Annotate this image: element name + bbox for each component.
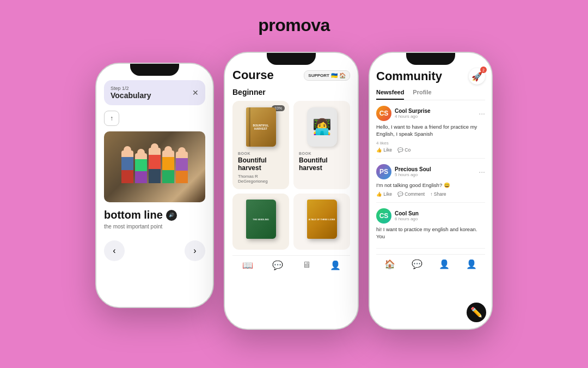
post-2-header: PS Precious Soul 5 hours ago ··· xyxy=(376,164,485,179)
section-label: Beginner xyxy=(232,88,350,96)
profile-nav-icon[interactable]: 👤 xyxy=(330,260,341,270)
book-visual-4: A Tale of Three Lions xyxy=(305,199,338,240)
book-cover-2: 👩‍💻 xyxy=(307,107,337,147)
video-nav-icon[interactable]: 🖥 xyxy=(302,260,311,270)
community-title: Community xyxy=(376,69,442,83)
post-1-likes: 4 likes xyxy=(376,141,485,146)
avatar-2: PS xyxy=(376,164,391,179)
post-1-header: CS Cool Surprise 4 hours ago ··· xyxy=(376,106,485,121)
close-button[interactable]: ✕ xyxy=(192,88,199,97)
ukraine-flag: 🇺🇦 xyxy=(331,73,338,79)
community-header: Community 🚀 2 xyxy=(376,68,485,85)
post-2-actions: 👍 Like 💬 Comment ↑ Share xyxy=(376,191,485,197)
fig4 xyxy=(162,150,174,183)
phone3-notch xyxy=(406,53,455,65)
book-cover-1: BOUNTIFUL HARVEST xyxy=(246,107,276,147)
post-1-actions: 👍 Like 💬 Co xyxy=(376,147,485,153)
book-visual-3: THE SEEDLING xyxy=(244,199,277,240)
vocab-definition: the most important point xyxy=(104,224,205,230)
book-type-2: BOOK xyxy=(299,152,345,155)
book-card-2[interactable]: 👩‍💻 BOOK Bountiful harvest xyxy=(293,101,350,189)
us-flag: 🏠 xyxy=(339,73,346,79)
post-2-meta: Precious Soul 5 hours ago xyxy=(395,166,475,177)
lions-text: A Tale of Three Lions xyxy=(309,218,335,221)
share-button[interactable]: ↑ xyxy=(104,111,119,126)
seedling-text: THE SEEDLING xyxy=(251,216,271,222)
video-community-icon[interactable]: 👤 xyxy=(439,259,450,269)
book-visual-1: BOUNTIFUL HARVEST xyxy=(244,106,277,147)
home-nav-icon[interactable]: 📖 xyxy=(242,260,253,270)
book-card-1[interactable]: 33% BOUNTIFUL HARVEST BOOK Bountiful har… xyxy=(232,101,289,189)
fig2 xyxy=(135,153,147,183)
prev-button[interactable]: ‹ xyxy=(104,240,125,261)
compose-button[interactable]: ✏️ xyxy=(467,303,486,322)
course-badges: SUPPORT 🇺🇦 🏠 xyxy=(304,70,350,81)
vocab-image xyxy=(104,131,205,202)
phone2-notch xyxy=(267,53,316,65)
chat-community-icon[interactable]: 💬 xyxy=(412,259,422,269)
community-tabs: Newsfeed Profile xyxy=(376,89,485,100)
phone1-notch xyxy=(130,64,179,76)
vocab-title: Vocabulary xyxy=(111,91,151,100)
post-3-meta: Cool Sun 6 hours ago xyxy=(395,210,485,221)
post-1-meta: Cool Surprise 4 hours ago xyxy=(395,108,475,119)
avatar-3: CS xyxy=(376,208,391,224)
post-1: CS Cool Surprise 4 hours ago ··· Hello, … xyxy=(376,106,485,159)
phone-vocabulary: Step 1/2 Vocabulary ✕ ↑ bo xyxy=(95,63,214,308)
community-nav: 🏠 💬 👤 👤 xyxy=(376,254,485,269)
phone-community: Community 🚀 2 Newsfeed Profile CS Coo xyxy=(369,52,493,330)
tab-newsfeed[interactable]: Newsfeed xyxy=(376,89,404,100)
post-3: CS Cool Sun 6 hours ago hi! I want to pr… xyxy=(376,208,485,249)
book-card-3[interactable]: THE SEEDLING xyxy=(232,194,289,250)
fig1 xyxy=(121,150,133,183)
fig3 xyxy=(149,148,161,183)
vocab-navigation: ‹ › xyxy=(104,240,205,261)
book-cover-text-1: BOUNTIFUL HARVEST xyxy=(248,124,274,130)
vocab-word: bottom line 🔊 xyxy=(104,209,205,221)
home-community-icon[interactable]: 🏠 xyxy=(384,259,395,269)
person-illustration: 👩‍💻 xyxy=(313,118,332,136)
post-1-more[interactable]: ··· xyxy=(479,109,485,118)
phones-container: Step 1/2 Vocabulary ✕ ↑ bo xyxy=(95,52,493,330)
sound-icon[interactable]: 🔊 xyxy=(166,210,177,221)
post-2-text: I'm not talking good English? 😄 xyxy=(376,182,485,189)
avatar-1: CS xyxy=(376,106,391,121)
course-title: Course xyxy=(232,68,274,82)
vocab-step: Step 1/2 xyxy=(111,86,151,91)
course-header: Course SUPPORT 🇺🇦 🏠 xyxy=(232,68,350,82)
tab-profile[interactable]: Profile xyxy=(413,89,431,100)
post-2-more[interactable]: ··· xyxy=(479,167,485,176)
notification-badge: 2 xyxy=(480,67,487,73)
post-2-username: Precious Soul xyxy=(395,166,475,172)
logo: promova xyxy=(258,15,330,35)
books-grid: 33% BOUNTIFUL HARVEST BOOK Bountiful har… xyxy=(232,101,350,250)
book-author-1: Thomas R DeGregorioneg xyxy=(238,174,284,184)
rocket-button[interactable]: 🚀 2 xyxy=(469,68,485,85)
post-2-time: 5 hours ago xyxy=(395,172,475,177)
course-nav: 📖 💬 🖥 👤 xyxy=(232,255,350,270)
vocab-header: Step 1/2 Vocabulary ✕ xyxy=(104,80,205,105)
support-badge[interactable]: SUPPORT 🇺🇦 🏠 xyxy=(304,70,350,81)
book-name-2: Bountiful harvest xyxy=(299,156,345,172)
share-button-2[interactable]: ↑ Share xyxy=(430,191,446,197)
comment-button-1[interactable]: 💬 Co xyxy=(397,147,411,153)
fig5 xyxy=(176,152,188,183)
book-name-1: Bountiful harvest xyxy=(238,156,284,172)
profile-community-icon[interactable]: 👤 xyxy=(466,259,477,269)
next-button[interactable]: › xyxy=(185,240,205,261)
book-card-4[interactable]: A Tale of Three Lions xyxy=(293,194,350,250)
post-3-username: Cool Sun xyxy=(395,210,485,216)
comment-button-2[interactable]: 💬 Comment xyxy=(397,191,425,197)
post-1-time: 4 hours ago xyxy=(395,114,475,119)
post-2: PS Precious Soul 5 hours ago ··· I'm not… xyxy=(376,164,485,203)
phone-course: Course SUPPORT 🇺🇦 🏠 Beginner 33% xyxy=(224,52,359,330)
book-visual-2: 👩‍💻 xyxy=(305,106,338,147)
post-3-text: hi! I want to practice my english and ko… xyxy=(376,226,485,240)
like-button-1[interactable]: 👍 Like xyxy=(376,147,392,153)
like-button-2[interactable]: 👍 Like xyxy=(376,191,392,197)
post-1-text: Hello, I want to have a friend for pract… xyxy=(376,123,485,138)
chat-nav-icon[interactable]: 💬 xyxy=(272,260,283,270)
friends-figures xyxy=(121,148,188,186)
lions-cover: A Tale of Three Lions xyxy=(307,200,337,239)
seedling-cover: THE SEEDLING xyxy=(246,200,276,239)
